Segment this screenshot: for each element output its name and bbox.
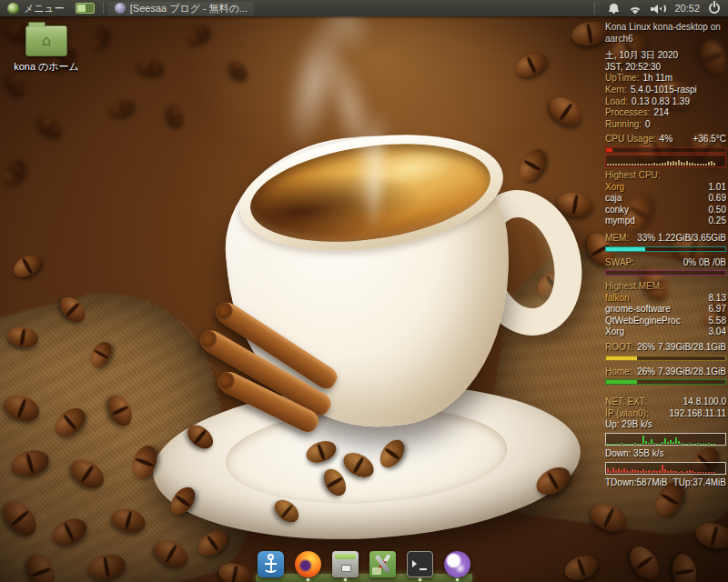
menu-button[interactable]: メニュー [0,0,72,16]
terminal-icon[interactable] [407,551,433,577]
menu-label: メニュー [24,2,65,15]
coffee-bean [0,156,29,189]
coffee-bean [135,55,166,78]
highest-mem-header: Highest MEM: [605,281,726,293]
wifi-icon[interactable] [628,4,642,14]
file-manager-icon[interactable] [332,551,359,577]
home-folder-label: kona のホーム [5,60,87,74]
power-icon[interactable] [709,3,720,14]
conky-home: Home:26% 7.39GiB/28.1GiB [605,366,726,378]
net-up-graph [605,433,726,446]
conky-mem: MEM:33% 1.22GiB/3.65GiB [605,233,726,245]
coffee-bean [4,70,29,100]
cpu-usage-bar [605,147,726,153]
desktop-home-folder[interactable]: ⌂ kona のホーム [5,25,87,74]
anchor-icon[interactable] [258,551,284,577]
conky-net-ip: IP (wlan0):192.168.11.11 [605,408,726,420]
mem-process-row: gnome-software6.97 [605,304,726,316]
cpu-process-row: caja0.69 [605,193,726,205]
conky-monitor: Kona Linux kona-desktop on aarch6 土, 10月… [605,22,726,488]
workspace-switcher[interactable] [76,3,95,14]
cpu-process-row: Xorg1.01 [605,182,726,194]
highest-cpu-header: Highest CPU: [605,170,726,182]
firefox-icon[interactable] [295,551,321,577]
cpu-process-row: mympd0.25 [605,216,726,227]
cpu-process-row: conky0.50 [605,205,726,216]
system-tray: 20:52 [590,0,728,16]
cpu-temp: +36.5°C [693,134,726,146]
mem-process-row: falkon8.13 [605,293,726,305]
taskbar-window-title: [Seesaa ブログ - 無料の... [130,2,248,15]
conky-date: 土, 10月 3日 2020 [605,50,726,62]
conky-running: Running:0 [605,119,726,131]
volume-icon[interactable] [651,4,665,14]
coffee-bean [184,23,212,48]
coffee-bean [561,551,602,582]
conky-uptime: UpTime:1h 11m [605,73,726,85]
coffee-bean [624,541,664,582]
conky-processes: Processes:214 [605,107,726,119]
coffee-bean [512,48,551,81]
menu-icon [7,3,19,15]
toolbox-icon[interactable] [369,551,396,577]
net-up-label: Up: 29B k/s [605,419,726,431]
conky-kernel: Kern:5.4.0-1015-raspi [605,85,726,96]
home-folder-icon: ⌂ [25,25,67,56]
conky-clock: JST, 20:52:30 [605,62,726,74]
conky-load: Load:0.13 0.83 1.39 [605,96,726,108]
coffee-bean [10,250,45,281]
coffee-bean [226,58,251,85]
coffee-bean [165,104,186,131]
desktop-screen: メニュー [Seesaa ブログ - 無料の... 20:52 ⌂ [0,0,728,582]
panel-separator [594,3,595,14]
mem-process-row: QtWebEngineProc5.58 [605,316,726,327]
top-panel: メニュー [Seesaa ブログ - 無料の... 20:52 [0,0,728,16]
dock [256,547,472,582]
browser-window-icon [115,3,126,14]
root-disk-bar [605,356,726,361]
workspace-active [77,5,86,12]
running-indicator [419,578,421,581]
panel-clock[interactable]: 20:52 [674,3,700,14]
net-down-graph [605,462,726,475]
conky-swap: SWAP:0% 0B /0B [605,257,726,269]
conky-root: ROOT:26% 7.39GiB/28.1GiB [605,342,726,354]
conky-title: Kona Linux kona-desktop on aarch6 [605,22,726,45]
notification-bell-icon[interactable] [609,4,619,14]
running-indicator [307,578,309,581]
net-down-label: Down: 35B k/s [605,448,726,460]
coffee-bean [544,92,588,132]
coffee-bean [87,25,111,53]
coffee-bean [514,146,551,186]
coffee-bean [34,112,66,143]
conky-net-ext: NET: EXT:14.8.100.0 [605,396,726,408]
falkon-icon[interactable] [444,551,470,577]
home-disk-bar [605,379,726,385]
mem-bar [605,246,726,252]
running-indicator [344,578,347,581]
mem-process-row: Xorg3.04 [605,326,726,338]
panel-separator [103,3,104,14]
running-indicator [456,578,459,581]
coffee-bean [670,552,700,582]
cpu-history-graph [605,155,726,167]
coffee-bean [107,97,136,120]
swap-bar [605,270,726,276]
taskbar-window-button[interactable]: [Seesaa ブログ - 無料の... [108,2,254,15]
net-totals: TDown:587MiBTUp:37.4MiB [605,477,726,489]
conky-cpu-usage: CPU Usage:4% +36.5°C [605,134,726,146]
coffee-bean [570,19,610,49]
